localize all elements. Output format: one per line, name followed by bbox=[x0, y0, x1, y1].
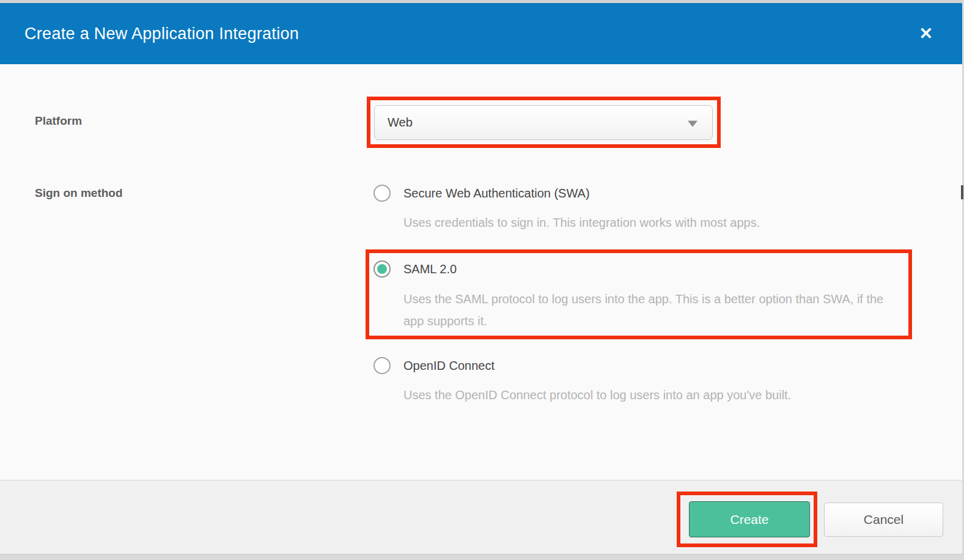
radio-swa[interactable] bbox=[373, 185, 391, 202]
scrollbar-fragment bbox=[961, 185, 963, 199]
radio-saml[interactable] bbox=[373, 260, 391, 278]
platform-select-value: Web bbox=[388, 116, 413, 130]
radio-saml-description: Uses the SAML protocol to log users into… bbox=[403, 288, 905, 332]
radio-swa-label[interactable]: Secure Web Authentication (SWA) bbox=[403, 185, 590, 202]
radio-openid-connect-description: Uses the OpenID Connect protocol to log … bbox=[403, 386, 791, 403]
platform-label: Platform bbox=[35, 114, 82, 128]
modal-header: Create a New Application Integration ✕ bbox=[0, 3, 962, 64]
radio-openid-connect[interactable] bbox=[373, 357, 391, 374]
radio-swa-description: Uses credentials to sign in. This integr… bbox=[403, 214, 760, 231]
cancel-button[interactable]: Cancel bbox=[824, 503, 943, 537]
create-button[interactable]: Create bbox=[689, 501, 810, 537]
modal-title: Create a New Application Integration bbox=[24, 24, 299, 43]
close-icon[interactable]: ✕ bbox=[918, 24, 934, 43]
create-app-integration-modal: Create a New Application Integration ✕ P… bbox=[0, 0, 964, 560]
platform-select[interactable]: Web bbox=[374, 105, 713, 140]
chevron-down-icon bbox=[688, 120, 697, 127]
radio-saml-label[interactable]: SAML 2.0 bbox=[403, 260, 457, 278]
modal-footer bbox=[0, 480, 964, 554]
radio-openid-connect-label[interactable]: OpenID Connect bbox=[403, 357, 495, 374]
sign-on-method-label: Sign on method bbox=[35, 186, 123, 200]
page-background-bottom-strip bbox=[0, 554, 964, 560]
